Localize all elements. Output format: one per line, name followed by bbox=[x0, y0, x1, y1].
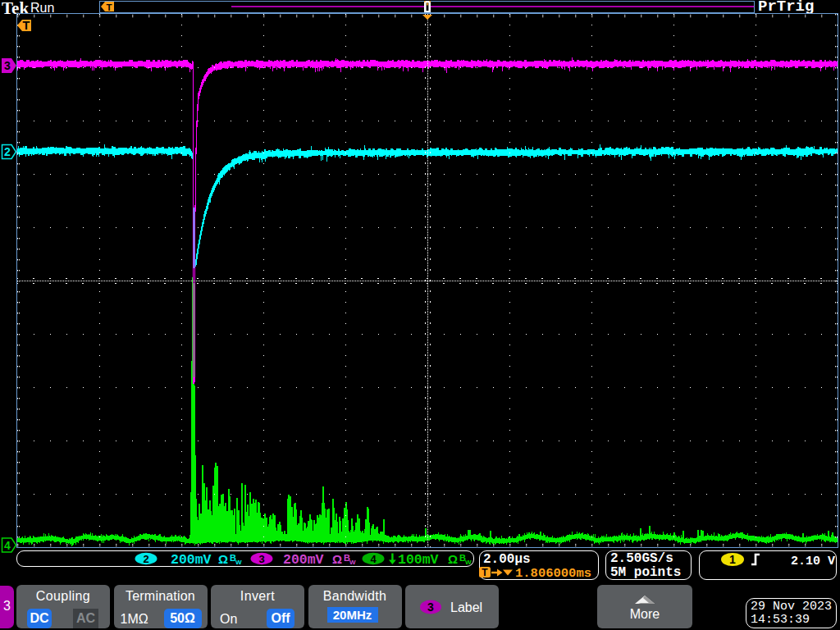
svg-text:2.10 V: 2.10 V bbox=[791, 555, 835, 568]
svg-text:T: T bbox=[482, 567, 488, 578]
svg-text:Ω: Ω bbox=[448, 552, 458, 566]
svg-text:Ω: Ω bbox=[218, 552, 228, 566]
svg-text:4: 4 bbox=[4, 539, 11, 552]
svg-text:T: T bbox=[23, 19, 30, 32]
svg-text:100mV: 100mV bbox=[398, 552, 439, 568]
svg-text:W: W bbox=[235, 559, 242, 566]
svg-text:W: W bbox=[349, 559, 356, 566]
svg-text:3: 3 bbox=[427, 600, 434, 614]
svg-text:1.806000ms: 1.806000ms bbox=[515, 566, 591, 579]
svg-text:3: 3 bbox=[258, 553, 264, 565]
svg-text:3: 3 bbox=[4, 59, 11, 72]
svg-text:4: 4 bbox=[370, 553, 377, 565]
svg-text:2: 2 bbox=[4, 145, 11, 158]
svg-text:Ω: Ω bbox=[332, 552, 342, 566]
svg-text:W: W bbox=[465, 559, 472, 566]
svg-text:1: 1 bbox=[729, 553, 736, 566]
svg-text:200mV: 200mV bbox=[171, 552, 212, 568]
svg-text:200mV: 200mV bbox=[283, 552, 324, 568]
svg-text:2: 2 bbox=[143, 553, 148, 565]
